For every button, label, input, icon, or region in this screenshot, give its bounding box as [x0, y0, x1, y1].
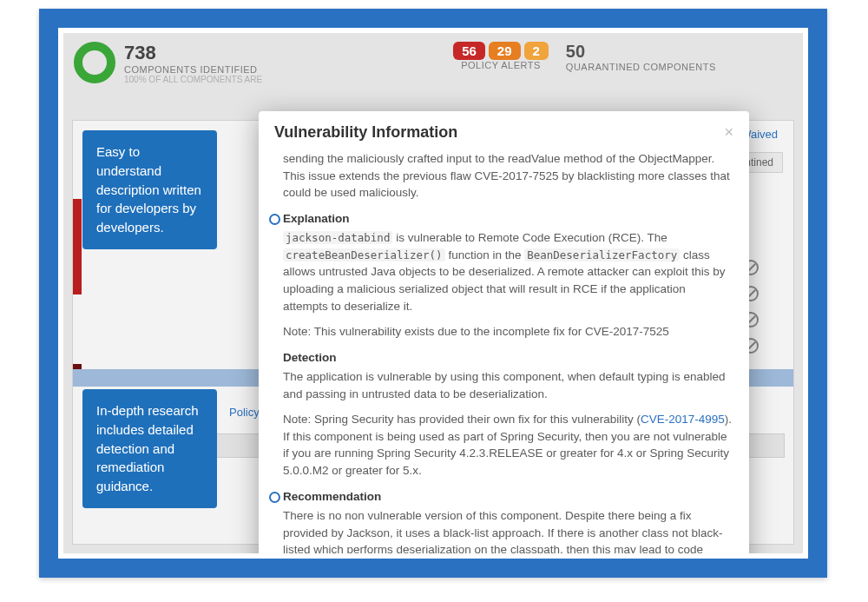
annotation-callout-research: In-depth research includes detailed dete… — [82, 389, 217, 508]
modal-title: Vulnerability Information — [274, 123, 457, 142]
intro-text: sending the maliciously crafted input to… — [283, 150, 732, 202]
donut-chart-icon — [74, 42, 115, 83]
quarantined-count: 50 — [566, 42, 716, 62]
detection-p1: The application is vulnerable by using t… — [283, 368, 732, 402]
detection-p2: Note: Spring Security has provided their… — [283, 411, 732, 479]
alert-pill-moderate[interactable]: 2 — [524, 42, 549, 60]
components-sub: 100% OF ALL COMPONENTS ARE — [124, 75, 262, 84]
components-stat: 738 COMPONENTS IDENTIFIED 100% OF ALL CO… — [124, 42, 262, 84]
section-title-detection: Detection — [283, 349, 732, 367]
app-background: 738 COMPONENTS IDENTIFIED 100% OF ALL CO… — [63, 33, 803, 553]
policy-alerts-label: POLICY ALERTS — [461, 60, 541, 70]
vulnerability-modal: Vulnerability Information × sending the … — [259, 111, 749, 553]
explanation-note: Note: This vulnerability exists due to t… — [283, 323, 732, 341]
components-count: 738 — [124, 42, 262, 64]
tab-policy[interactable]: Policy — [229, 406, 260, 419]
components-label: COMPONENTS IDENTIFIED — [124, 64, 262, 75]
code-snippet: createBeanDeserializer() — [283, 248, 445, 261]
quarantined-label: QUARANTINED COMPONENTS — [566, 62, 716, 72]
section-title-recommendation: Recommendation — [283, 488, 732, 506]
cve-link[interactable]: CVE-2017-4995 — [641, 413, 725, 426]
recommendation-p1: There is no non vulnerable version of th… — [283, 507, 732, 553]
quarantined-stat: 50 QUARANTINED COMPONENTS — [566, 42, 716, 72]
code-snippet: BeanDeserializerFactory — [524, 248, 680, 261]
alert-pill-severe[interactable]: 29 — [489, 42, 521, 60]
stats-bar: 738 COMPONENTS IDENTIFIED 100% OF ALL CO… — [63, 42, 803, 84]
code-snippet: jackson-databind — [283, 231, 392, 244]
policy-alerts-stat: 56 29 2 POLICY ALERTS — [453, 42, 549, 70]
severity-indicator — [73, 199, 82, 294]
section-title-explanation: Explanation — [283, 210, 732, 228]
modal-body[interactable]: sending the maliciously crafted input to… — [259, 150, 749, 553]
explanation-text: jackson-databind is vulnerable to Remote… — [283, 229, 732, 314]
close-icon[interactable]: × — [724, 123, 733, 142]
annotation-callout-description: Easy to understand description written f… — [82, 130, 217, 249]
alert-pill-critical[interactable]: 56 — [453, 42, 485, 60]
